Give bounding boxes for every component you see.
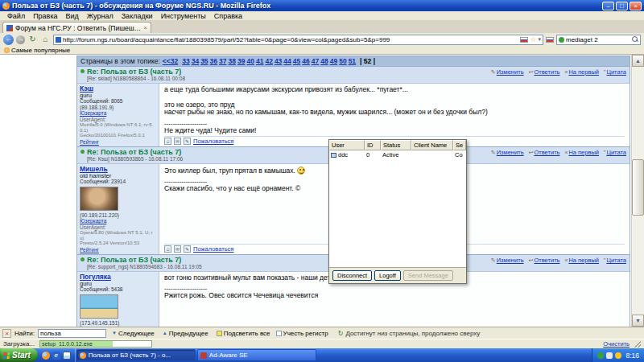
quicklaunch-firefox-icon[interactable] xyxy=(42,352,50,360)
disconnect-button[interactable]: Disconnect xyxy=(332,270,372,281)
post-action-link[interactable]: Ответить xyxy=(534,68,559,76)
page-link[interactable]: 40 xyxy=(246,57,254,65)
logoff-button[interactable]: Logoff xyxy=(374,270,401,281)
url-bar[interactable] xyxy=(53,35,543,45)
find-prev-button[interactable]: Предыдущее xyxy=(160,330,211,337)
page-link[interactable]: 42 xyxy=(265,57,272,65)
usercard-link[interactable]: Юзеркарта xyxy=(80,110,156,117)
taskbar-task-adaware[interactable]: Ad-Aware SE xyxy=(197,349,316,361)
column-header[interactable]: User xyxy=(329,140,365,150)
post-action-link[interactable]: Цитата xyxy=(606,149,626,156)
page-link[interactable]: 33 xyxy=(182,57,189,65)
post-action[interactable]: ”Цитата xyxy=(604,68,626,76)
tray-icon-volume[interactable] xyxy=(615,352,621,359)
post-action-link[interactable]: Изменить xyxy=(497,257,524,264)
page-link[interactable]: 38 xyxy=(229,57,236,65)
post-action[interactable]: ”Цитата xyxy=(604,257,626,264)
column-header[interactable]: Client Name xyxy=(411,140,453,150)
report-link[interactable]: Пожаловаться xyxy=(193,245,233,253)
close-button[interactable] xyxy=(630,2,642,10)
quicklaunch-ie-icon[interactable] xyxy=(52,352,60,360)
menu-item[interactable]: Справка xyxy=(210,12,246,20)
scroll-up-button[interactable] xyxy=(632,55,644,67)
post-action[interactable]: ↩Ответить xyxy=(529,149,560,156)
rating-link[interactable]: Рейтинг xyxy=(80,139,156,146)
post-action[interactable]: ↩Ответить xyxy=(529,257,560,264)
mail-icon[interactable] xyxy=(174,138,181,145)
post-action[interactable]: ↩Ответить xyxy=(529,68,560,76)
scroll-down-button[interactable] xyxy=(632,315,644,327)
post-action-link[interactable]: Цитата xyxy=(606,68,626,76)
start-button[interactable]: Start xyxy=(0,348,38,362)
page-link[interactable]: 45 xyxy=(293,57,300,65)
profile-icon[interactable] xyxy=(164,138,171,145)
post-action-link[interactable]: Изменить xyxy=(497,149,524,156)
search-engine-icon[interactable] xyxy=(559,37,564,43)
usercard-link[interactable]: Юзеркарта xyxy=(80,326,156,327)
minimize-button[interactable] xyxy=(602,2,614,10)
session-row[interactable]: ddc 0 Active Co xyxy=(329,150,466,159)
page-link[interactable]: 43 xyxy=(275,57,282,65)
mail-icon[interactable] xyxy=(174,245,181,253)
column-header[interactable]: ID xyxy=(365,140,381,150)
bookmark-star-icon[interactable] xyxy=(530,35,536,43)
menu-item[interactable]: Инструменты xyxy=(157,12,210,20)
column-header[interactable]: Se xyxy=(453,140,466,150)
findbar-close-button[interactable] xyxy=(2,329,11,338)
page-link[interactable]: 37 xyxy=(219,57,226,65)
maximize-button[interactable] xyxy=(616,2,628,10)
tray-icon-shield[interactable] xyxy=(597,352,604,359)
page-link[interactable]: 44 xyxy=(283,57,291,65)
back-button[interactable] xyxy=(3,35,14,45)
menu-item[interactable]: Вид xyxy=(62,12,83,20)
rating-link[interactable]: Рейтинг xyxy=(80,247,156,253)
pagination-prev-link[interactable]: <<32 xyxy=(163,57,178,65)
bookmark-item[interactable]: Самые популярные xyxy=(4,47,70,54)
tab-close-icon[interactable] xyxy=(143,24,147,31)
notify-icon[interactable] xyxy=(184,138,191,145)
usercard-link[interactable]: Юзеркарта xyxy=(80,218,156,224)
page-link[interactable]: 48 xyxy=(320,57,328,65)
page-link[interactable]: 51 xyxy=(349,57,356,65)
page-link[interactable]: 36 xyxy=(210,57,217,65)
resize-grip[interactable] xyxy=(634,341,641,348)
menu-item[interactable]: Журнал xyxy=(83,12,118,20)
menu-item[interactable]: Файл xyxy=(3,12,29,20)
post-action-link[interactable]: Изменить xyxy=(497,68,524,76)
post-action[interactable]: «На первый xyxy=(564,149,599,156)
post-action[interactable]: ”Цитата xyxy=(604,149,626,156)
post-action-link[interactable]: Ответить xyxy=(534,149,559,156)
match-case-checkbox[interactable]: Учесть регистр xyxy=(276,330,328,337)
profile-icon[interactable] xyxy=(164,245,171,253)
highlight-all-button[interactable]: Подсветить все xyxy=(214,330,273,337)
reload-button[interactable] xyxy=(27,35,38,45)
taskbar-task-firefox[interactable]: Польза от БЗ (часть 7) - о... xyxy=(76,349,196,361)
window-titlebar[interactable]: Польза от БЗ (часть 7) - обсуждения на Ф… xyxy=(0,0,644,11)
menu-item[interactable]: Закладки xyxy=(118,12,157,20)
urlbar-dropdown-icon[interactable] xyxy=(538,36,541,43)
search-icon[interactable] xyxy=(632,36,638,43)
post-action[interactable]: ✎Изменить xyxy=(491,149,524,156)
search-input[interactable] xyxy=(566,35,630,44)
post-action[interactable]: «На первый xyxy=(564,257,599,264)
flagfox-icon[interactable] xyxy=(546,37,554,43)
page-link[interactable]: 34 xyxy=(192,57,199,65)
tray-icon-network[interactable] xyxy=(606,352,613,359)
notify-icon[interactable] xyxy=(184,245,191,253)
post-action-link[interactable]: Ответить xyxy=(534,257,559,264)
page-link[interactable]: 39 xyxy=(237,57,245,65)
scrollbar-thumb[interactable] xyxy=(632,159,644,216)
search-bar[interactable] xyxy=(556,35,641,45)
post-action-link[interactable]: На первый xyxy=(568,257,599,264)
page-link[interactable]: 41 xyxy=(256,57,263,65)
report-link[interactable]: Пожаловаться xyxy=(193,138,233,145)
page-link[interactable]: 35 xyxy=(200,57,208,65)
url-input[interactable] xyxy=(63,35,518,44)
home-button[interactable] xyxy=(40,35,51,45)
column-header[interactable]: Status xyxy=(381,140,411,150)
post-action[interactable]: ✎Изменить xyxy=(491,68,524,76)
page-link[interactable]: 50 xyxy=(339,57,346,65)
post-action-link[interactable]: На первый xyxy=(568,149,599,156)
checkbox-icon[interactable] xyxy=(276,331,282,336)
find-input[interactable] xyxy=(38,329,106,338)
